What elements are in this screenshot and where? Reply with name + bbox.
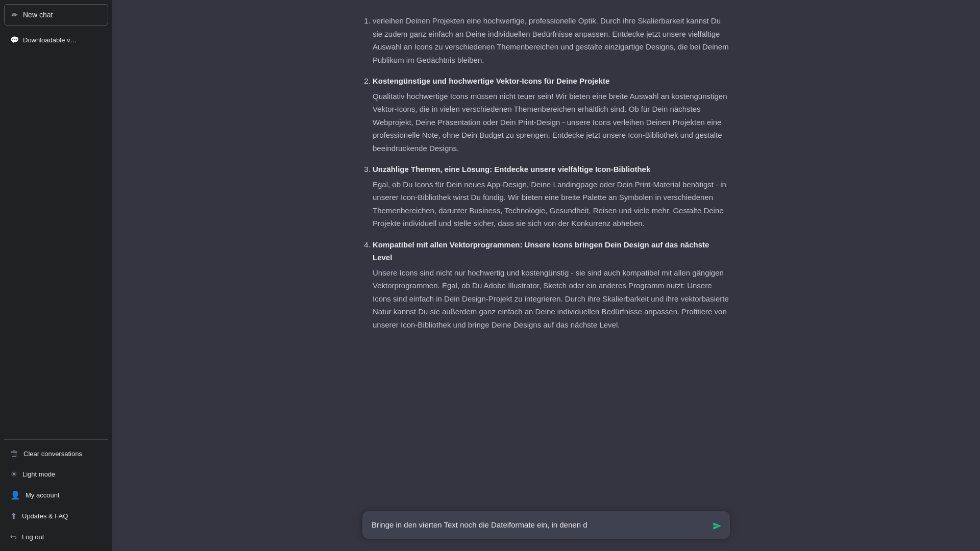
- updates-faq-button[interactable]: ⬆ Updates & FAQ: [4, 506, 108, 526]
- account-icon: 👤: [10, 490, 20, 500]
- list-item: Kostengünstige und hochwertige Vektor-Ic…: [373, 74, 730, 155]
- light-mode-label: Light mode: [22, 470, 55, 478]
- sun-icon: ☀: [10, 469, 17, 479]
- edit-chat-button[interactable]: ✏: [83, 35, 91, 45]
- main-content: verleihen Deinen Projekten eine hochwert…: [112, 0, 980, 551]
- clear-conversations-label: Clear conversations: [23, 450, 82, 458]
- list-item: verleihen Deinen Projekten eine hochwert…: [373, 14, 730, 66]
- item-2-title: Kostengünstige und hochwertige Vektor-Ic…: [373, 77, 609, 85]
- trash-icon: 🗑: [10, 449, 18, 458]
- send-button[interactable]: [710, 519, 724, 533]
- item-4-title: Kompatibel mit allen Vektorprogrammen: U…: [373, 240, 709, 262]
- chat-history: 💬 Downloadable vector ic ✏ 🗑: [4, 30, 108, 439]
- input-area: [112, 503, 980, 552]
- new-chat-button[interactable]: ✏ New chat: [4, 4, 108, 26]
- chat-history-item[interactable]: 💬 Downloadable vector ic ✏ 🗑: [4, 30, 108, 50]
- send-icon: [713, 521, 722, 531]
- input-wrapper: [362, 511, 730, 539]
- delete-chat-button[interactable]: 🗑: [93, 35, 102, 45]
- chat-area[interactable]: verleihen Deinen Projekten eine hochwert…: [112, 0, 980, 503]
- log-out-label: Log out: [22, 533, 44, 541]
- chat-input[interactable]: [362, 511, 730, 539]
- list-item: Kompatibel mit allen Vektorprogrammen: U…: [373, 238, 730, 332]
- log-out-button[interactable]: ↪ Log out: [4, 527, 108, 547]
- my-account-button[interactable]: 👤 My account: [4, 485, 108, 505]
- item-1-text: verleihen Deinen Projekten eine hochwert…: [373, 14, 730, 66]
- plus-icon: ✏: [12, 11, 18, 19]
- chat-icon: 💬: [10, 36, 19, 44]
- sidebar-bottom: 🗑 Clear conversations ☀ Light mode 👤 My …: [4, 439, 108, 547]
- light-mode-button[interactable]: ☀ Light mode: [4, 464, 108, 484]
- updates-faq-label: Updates & FAQ: [22, 512, 68, 520]
- new-chat-label: New chat: [23, 11, 53, 19]
- message-body: verleihen Deinen Projekten eine hochwert…: [362, 14, 730, 331]
- chat-item-label: Downloadable vector ic: [23, 36, 79, 44]
- clear-conversations-button[interactable]: 🗑 Clear conversations: [4, 444, 108, 463]
- updates-icon: ⬆: [10, 511, 17, 521]
- item-3-body: Egal, ob Du Icons für Dein neues App-Des…: [373, 178, 730, 230]
- item-3-title: Unzählige Themen, eine Lösung: Entdecke …: [373, 165, 650, 173]
- item-4-body: Unsere Icons sind nicht nur hochwertig u…: [373, 266, 730, 332]
- item-2-body: Qualitativ hochwertige Icons müssen nich…: [373, 90, 730, 155]
- list-item: Unzählige Themen, eine Lösung: Entdecke …: [373, 163, 730, 230]
- logout-icon: ↪: [10, 532, 17, 542]
- my-account-label: My account: [26, 491, 59, 499]
- sidebar: ✏ New chat 💬 Downloadable vector ic ✏ 🗑 …: [0, 0, 112, 551]
